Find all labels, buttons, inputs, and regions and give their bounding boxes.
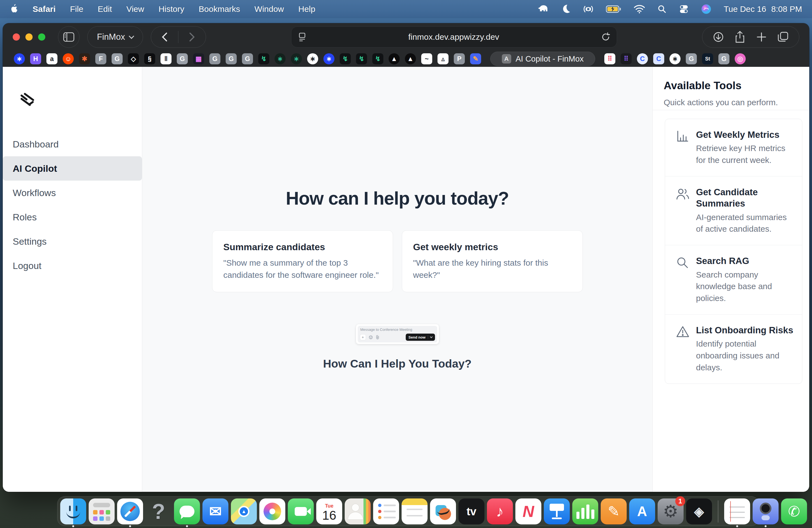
- new-tab-button[interactable]: [753, 32, 770, 42]
- favorite-bolt-2[interactable]: ↯: [340, 53, 351, 64]
- dock-icon-facetime[interactable]: [288, 498, 314, 524]
- menu-bar-clock[interactable]: Tue Dec 16 8:08 PM: [724, 4, 802, 14]
- dock-icon-messages[interactable]: [174, 498, 200, 524]
- favorite-letter-g-2[interactable]: G: [177, 53, 188, 64]
- sidebar-item-settings[interactable]: Settings: [3, 229, 142, 253]
- dock-icon-contacts[interactable]: [345, 498, 371, 524]
- dock-icon-music[interactable]: ♪: [487, 498, 513, 524]
- favorite-figma-dark[interactable]: ⠿: [621, 53, 632, 64]
- profile-switcher[interactable]: FinMox: [87, 26, 143, 48]
- sidebar-item-logout[interactable]: Logout: [3, 253, 142, 278]
- dock-icon-keynote[interactable]: [544, 498, 570, 524]
- dock-icon-apple-tv[interactable]: tv: [459, 498, 484, 524]
- favorite-chatgpt-blue[interactable]: ∗: [14, 53, 25, 64]
- airdrop-icon[interactable]: [583, 4, 594, 15]
- zoom-window-button[interactable]: [38, 33, 45, 41]
- spotlight-icon[interactable]: [657, 4, 667, 15]
- favorite-dribbble[interactable]: ◎: [735, 53, 746, 64]
- favorite-letter-g-4[interactable]: G: [226, 53, 237, 64]
- dock-icon-calendar[interactable]: Tue16: [316, 498, 342, 524]
- menu-item-history[interactable]: History: [159, 4, 184, 14]
- favorite-streamlit[interactable]: St: [702, 53, 713, 64]
- favorite-sailboat[interactable]: ▵: [437, 53, 449, 64]
- apple-icon[interactable]: [10, 4, 18, 14]
- favorite-c-blue-1[interactable]: C: [637, 53, 648, 64]
- tool-item-get-weekly-metrics[interactable]: Get Weekly MetricsRetrieve key HR metric…: [665, 119, 802, 176]
- favorite-letter-g-6[interactable]: G: [686, 53, 697, 64]
- suggestion-card[interactable]: Summarize candidates"Show me a summary o…: [212, 230, 393, 292]
- menu-item-edit[interactable]: Edit: [98, 4, 112, 14]
- favorite-reddit[interactable]: ☺: [63, 53, 74, 64]
- dock-icon-launchpad[interactable]: [89, 498, 115, 524]
- wifi-icon[interactable]: [634, 4, 645, 15]
- address-bar[interactable]: finmox.dev.appwizzy.dev: [291, 27, 617, 47]
- dock-icon-mail[interactable]: ✉: [202, 498, 228, 524]
- favorite-openai-teal-1[interactable]: ∗: [275, 53, 286, 64]
- favorite-bolt-4[interactable]: ↯: [372, 53, 383, 64]
- favorite-swoosh[interactable]: ~: [421, 53, 432, 64]
- dock-icon-help[interactable]: ?: [146, 498, 172, 524]
- favorite-vercel-1[interactable]: ▲: [389, 53, 400, 64]
- sidebar-item-ai-copilot[interactable]: AI Copilot: [3, 156, 142, 180]
- menu-item-bookmarks[interactable]: Bookmarks: [199, 4, 240, 14]
- dock-icon-textedit[interactable]: [724, 498, 750, 524]
- menu-item-safari[interactable]: Safari: [33, 4, 56, 14]
- sidebar-item-workflows[interactable]: Workflows: [3, 180, 142, 205]
- dock-icon-notes[interactable]: [402, 498, 427, 524]
- favorite-letter-g-1[interactable]: G: [112, 53, 122, 64]
- menu-item-view[interactable]: View: [126, 4, 144, 14]
- favorite-openai-white-2[interactable]: ∗: [669, 53, 681, 64]
- minimize-window-button[interactable]: [25, 33, 33, 41]
- favorite-amazon[interactable]: a: [46, 53, 57, 64]
- dock-icon-settings[interactable]: ⚙1: [657, 498, 684, 524]
- favorite-bolt-3[interactable]: ↯: [356, 53, 367, 64]
- favorite-pixel-grid[interactable]: ▦: [193, 53, 204, 64]
- favorite-c-blue-2[interactable]: C: [653, 53, 664, 64]
- favorite-openai-teal-2[interactable]: ∗: [291, 53, 302, 64]
- favorite-letter-g-7[interactable]: G: [719, 53, 729, 64]
- tab-overview-button[interactable]: [774, 31, 792, 43]
- favorite-chatgpt-blue-2[interactable]: ∗: [323, 53, 334, 64]
- dock-icon-phone[interactable]: ✆: [781, 498, 807, 524]
- control-center-icon[interactable]: [679, 4, 689, 15]
- sidebar-toggle-button[interactable]: [58, 26, 79, 48]
- battery-charging-icon[interactable]: [606, 4, 621, 15]
- dock-icon-app-store[interactable]: A: [629, 498, 655, 524]
- sidebar-item-dashboard[interactable]: Dashboard: [3, 132, 142, 156]
- favorite-section-black[interactable]: §: [144, 53, 155, 64]
- page-format-icon[interactable]: [298, 32, 306, 42]
- sidebar-item-roles[interactable]: Roles: [3, 205, 142, 229]
- menu-item-help[interactable]: Help: [298, 4, 315, 14]
- favorite-framer[interactable]: ◇: [128, 53, 139, 64]
- close-window-button[interactable]: [13, 33, 20, 41]
- share-button[interactable]: [731, 31, 749, 43]
- favorite-purple-app[interactable]: H: [30, 53, 41, 64]
- tool-item-search-rag[interactable]: Search RAGSearch company knowledge base …: [665, 245, 802, 314]
- dock-icon-quicktime[interactable]: [753, 498, 779, 524]
- url-text[interactable]: finmox.dev.appwizzy.dev: [306, 32, 601, 42]
- dock-icon-reminders[interactable]: [373, 498, 399, 524]
- dock-icon-pages[interactable]: ✎: [601, 498, 627, 524]
- favorite-letter-p[interactable]: P: [454, 53, 465, 64]
- dock-icon-freeform[interactable]: [430, 498, 456, 524]
- favorite-openai-white[interactable]: ∗: [307, 53, 318, 64]
- tool-item-list-onboarding-risks[interactable]: List Onboarding RisksIdentify potential …: [665, 314, 802, 384]
- dock-icon-photos[interactable]: [259, 498, 285, 524]
- dock-icon-numbers[interactable]: [572, 498, 598, 524]
- back-button[interactable]: [151, 27, 178, 47]
- moon-icon[interactable]: [561, 4, 570, 15]
- dock-icon-3d-viewer[interactable]: ◈: [686, 498, 712, 524]
- favorite-bolt-1[interactable]: ↯: [258, 53, 269, 64]
- reload-icon[interactable]: [601, 32, 610, 42]
- favorite-letter-g-3[interactable]: G: [209, 53, 220, 64]
- favorite-letter-f[interactable]: F: [95, 53, 106, 64]
- favorite-hubspot[interactable]: ✱: [79, 53, 90, 64]
- tool-item-get-candidate-summaries[interactable]: Get Candidate SummariesAI-generated summ…: [665, 176, 802, 245]
- favorite-pen-nib[interactable]: ✎: [470, 53, 481, 64]
- favorite-pause-white[interactable]: ‖: [160, 53, 172, 64]
- menu-item-file[interactable]: File: [70, 4, 83, 14]
- elephant-icon[interactable]: [537, 4, 549, 15]
- downloads-button[interactable]: [710, 31, 727, 43]
- dock-icon-news[interactable]: N: [516, 498, 541, 524]
- dock-icon-finder[interactable]: [60, 498, 86, 524]
